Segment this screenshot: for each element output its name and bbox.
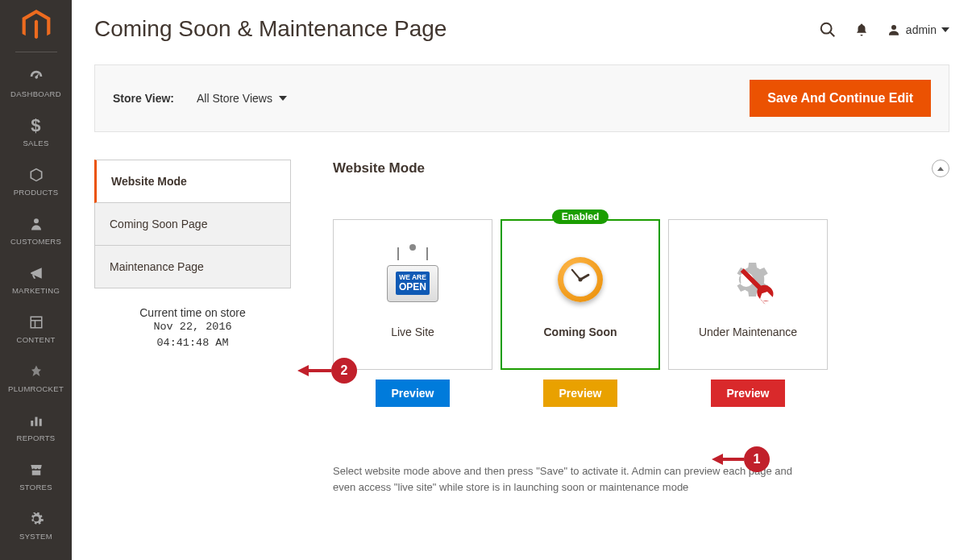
tab-maintenance-page[interactable]: Maintenance Page [94, 246, 291, 288]
help-text: Select website mode above and then press… [333, 463, 816, 495]
system-icon [28, 509, 44, 529]
mode-card-coming-soon[interactable]: Coming Soon [501, 219, 660, 370]
nav-content[interactable]: Content [0, 305, 72, 354]
mode-maintenance-col: Under Maintenance Preview [668, 219, 828, 407]
storeview-select[interactable]: All Store Views [197, 92, 287, 105]
header-actions: admin [819, 21, 949, 39]
chevron-up-icon [937, 167, 944, 171]
nav-customers[interactable]: Customers [0, 206, 72, 255]
content-area: Website Mode Coming Soon Page Maintenanc… [72, 132, 972, 560]
store-time-date: Nov 22, 2016 [102, 319, 283, 335]
marketing-icon [28, 263, 44, 283]
plumrocket-icon [29, 362, 44, 381]
mode-options: WE AREOPEN Live Site Preview Enabled [333, 219, 949, 407]
search-icon [819, 21, 837, 39]
nav-marketing[interactable]: Marketing [0, 255, 72, 305]
nav-label: Customers [10, 237, 61, 246]
chevron-down-icon [941, 27, 949, 32]
svg-line-8 [830, 32, 835, 37]
svg-rect-1 [31, 317, 42, 328]
page-title: Coming Soon & Maintenance Page [94, 16, 447, 42]
nav-label: Content [16, 335, 55, 344]
storeview-label: Store View: [113, 92, 174, 105]
preview-maintenance-button[interactable]: Preview [711, 380, 786, 407]
preview-live-button[interactable]: Preview [376, 380, 451, 407]
customers-icon [29, 214, 44, 234]
tab-website-mode[interactable]: Website Mode [94, 160, 291, 203]
section-title: Website Mode [333, 160, 425, 176]
mode-label: Live Site [391, 326, 434, 338]
nav-label: Plumrocket [8, 384, 64, 393]
enabled-badge: Enabled [552, 209, 609, 224]
mode-label: Under Maintenance [699, 326, 797, 338]
user-menu[interactable]: admin [887, 23, 949, 37]
preview-coming-soon-button[interactable]: Preview [543, 380, 618, 407]
nav-label: Sales [23, 139, 48, 147]
nav-products[interactable]: Products [0, 157, 72, 206]
nav-label: Marketing [12, 286, 60, 295]
svg-point-0 [34, 218, 39, 223]
nav-plumrocket[interactable]: Plumrocket [0, 354, 72, 403]
mode-card-maintenance[interactable]: Under Maintenance [668, 219, 828, 370]
notifications-button[interactable] [854, 22, 869, 38]
content-icon [29, 313, 44, 332]
bell-icon [854, 22, 869, 38]
nav-sales[interactable]: $ Sales [0, 108, 72, 157]
nav-label: System [19, 532, 52, 541]
nav-stores[interactable]: Stores [0, 452, 72, 501]
products-icon [28, 165, 44, 185]
page-header: Coming Soon & Maintenance Page admin [72, 0, 972, 42]
dashboard-icon [27, 67, 45, 86]
website-mode-section: Website Mode WE AREOPEN [333, 160, 949, 560]
mode-live-site-col: WE AREOPEN Live Site Preview [333, 219, 492, 407]
nav-system[interactable]: System [0, 501, 72, 550]
chevron-down-icon [279, 96, 287, 101]
store-time-time: 04:41:48 AM [102, 335, 283, 351]
search-button[interactable] [819, 21, 837, 39]
nav-label: Products [14, 188, 59, 197]
admin-sidebar: Dashboard $ Sales Products Customers Mar… [0, 0, 72, 560]
reports-icon [29, 411, 44, 430]
store-time-title: Current time on store [102, 306, 283, 319]
sales-icon: $ [31, 116, 41, 135]
stores-icon [28, 460, 44, 479]
mode-label: Coming Soon [544, 326, 617, 338]
collapse-button[interactable] [932, 160, 949, 177]
nav-dashboard[interactable]: Dashboard [0, 59, 72, 108]
svg-rect-5 [35, 417, 37, 426]
magento-logo[interactable] [20, 10, 52, 42]
svg-rect-4 [31, 421, 33, 426]
main-area: Coming Soon & Maintenance Page admin Sto… [72, 0, 972, 560]
mode-card-live-site[interactable]: WE AREOPEN Live Site [333, 219, 492, 370]
nav-label: Reports [17, 433, 56, 442]
store-view-bar: Store View: All Store Views Save And Con… [94, 64, 949, 132]
config-tabs: Website Mode Coming Soon Page Maintenanc… [94, 160, 291, 560]
user-icon [887, 23, 901, 37]
gear-icon [720, 251, 776, 308]
user-label: admin [906, 23, 937, 36]
nav-label: Dashboard [10, 89, 61, 98]
clock-icon [552, 251, 609, 308]
sidebar-divider [15, 52, 57, 52]
nav-label: Stores [19, 483, 52, 492]
mode-coming-soon-col: Enabled Coming Soon [501, 219, 660, 407]
svg-rect-6 [39, 419, 41, 426]
store-time-footer: Current time on store Nov 22, 2016 04:41… [94, 288, 291, 370]
save-continue-button[interactable]: Save And Continue Edit [750, 80, 931, 117]
open-sign-icon: WE AREOPEN [384, 251, 441, 308]
svg-point-7 [821, 23, 832, 34]
svg-point-9 [891, 25, 896, 30]
nav-reports[interactable]: Reports [0, 403, 72, 452]
storeview-value: All Store Views [197, 92, 272, 105]
tab-coming-soon-page[interactable]: Coming Soon Page [94, 203, 291, 246]
